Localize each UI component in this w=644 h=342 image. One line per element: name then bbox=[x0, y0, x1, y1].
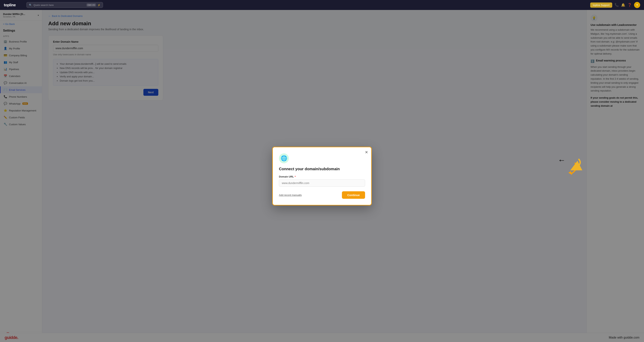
modal-footer: Add record manually Continue bbox=[279, 191, 365, 199]
navbar: topline 🔍 Ctrl + K ⚡ topline Support 📞 🔔… bbox=[0, 0, 644, 10]
avatar[interactable]: T bbox=[634, 2, 640, 8]
add-record-manually-link[interactable]: Add record manually bbox=[279, 194, 302, 196]
modal-close-button[interactable]: ✕ bbox=[365, 150, 368, 154]
globe-icon: 🌐 bbox=[281, 155, 287, 162]
continue-button[interactable]: Continue bbox=[342, 191, 365, 199]
support-button[interactable]: topline Support bbox=[590, 2, 612, 8]
svg-marker-0 bbox=[568, 171, 572, 175]
search-shortcut: Ctrl + K bbox=[86, 4, 96, 6]
modal-globe-icon-wrap: 🌐 bbox=[279, 154, 289, 163]
modal-title: Connect your domain/subdomain bbox=[279, 167, 365, 171]
arrow-svg: ← bbox=[558, 159, 579, 176]
modal: ✕ 🌐 Connect your domain/subdomain Domain… bbox=[272, 147, 372, 206]
search-icon: 🔍 bbox=[29, 4, 32, 6]
navbar-right: topline Support 📞 🔔 ❓ T bbox=[590, 2, 640, 8]
arrow-annotation: ← bbox=[558, 159, 579, 177]
help-icon[interactable]: ❓ bbox=[628, 3, 632, 7]
modal-field-label: Domain URL * bbox=[279, 175, 365, 178]
search-bar[interactable]: 🔍 Ctrl + K ⚡ bbox=[26, 2, 103, 8]
phone-icon[interactable]: 📞 bbox=[614, 3, 619, 7]
domain-url-input[interactable] bbox=[279, 180, 365, 187]
search-input[interactable] bbox=[34, 4, 85, 6]
curved-arrow-svg bbox=[568, 158, 583, 171]
svg-text:←: ← bbox=[558, 159, 566, 164]
lightning-icon: ⚡ bbox=[98, 4, 100, 6]
bell-icon[interactable]: 🔔 bbox=[621, 3, 625, 7]
brand-logo: topline bbox=[4, 3, 16, 7]
required-indicator: * bbox=[294, 175, 296, 178]
modal-overlay[interactable]: ← ✕ 🌐 Connect your domain/subdomain Doma… bbox=[0, 10, 644, 342]
